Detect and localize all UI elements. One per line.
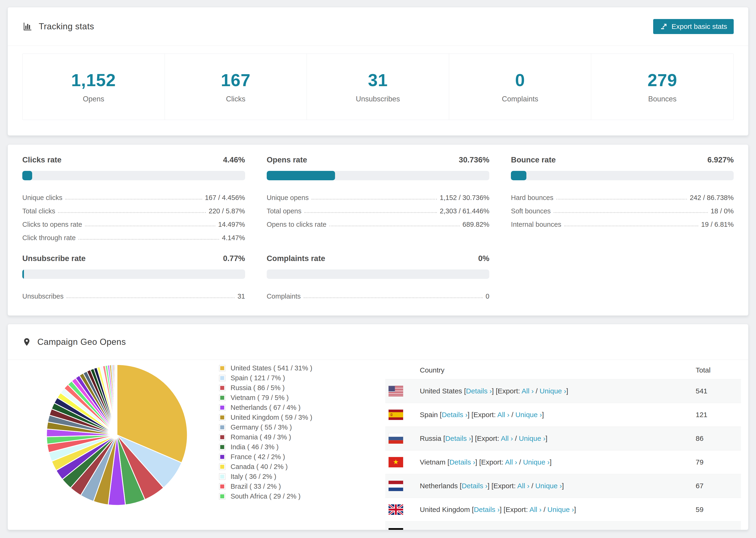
country-cell: United Kingdom [Details ›] [Export: All … bbox=[420, 506, 576, 513]
country-cell: Spain [Details ›] [Export: All › / Uniqu… bbox=[420, 411, 544, 419]
rate-row: Unique opens1,152 / 30.736% bbox=[267, 188, 490, 202]
country-total: 121 bbox=[696, 411, 707, 419]
rate-rows: Unique opens1,152 / 30.736%Total opens2,… bbox=[267, 188, 490, 228]
rate-row: Unsubscribes31 bbox=[22, 287, 245, 300]
legend-label: France ( 42 / 2% ) bbox=[231, 453, 285, 461]
details-link[interactable]: Details › bbox=[461, 482, 487, 490]
export-all-link[interactable]: All › bbox=[522, 387, 534, 395]
rate-row-value: 31 bbox=[237, 293, 245, 300]
rate-row: Hard bounces242 / 86.738% bbox=[511, 188, 734, 202]
legend-label: Canada ( 40 / 2% ) bbox=[231, 463, 288, 471]
rate-row: Total clicks220 / 5.87% bbox=[22, 202, 245, 215]
table-row-germany: Germany [Details ›] [Export: All › / Uni… bbox=[385, 521, 741, 530]
country-cell: Russia [Details ›] [Export: All › / Uniq… bbox=[420, 435, 548, 443]
geo-opens-pie-chart bbox=[44, 362, 190, 508]
export-unique-link[interactable]: Unique › bbox=[548, 506, 574, 513]
export-all-link[interactable]: All › bbox=[508, 529, 520, 530]
rate-value: 0.77% bbox=[223, 254, 245, 263]
details-link[interactable]: Details › bbox=[453, 529, 478, 530]
table-row-vietnam: Vietnam [Details ›] [Export: All › / Uni… bbox=[385, 450, 741, 474]
export-icon bbox=[660, 23, 668, 30]
country-name: Vietnam bbox=[420, 458, 448, 466]
export-all-link[interactable]: All › bbox=[529, 506, 542, 513]
legend-color-swatch bbox=[219, 493, 225, 500]
rate-row-value: 167 / 4.456% bbox=[205, 194, 245, 202]
rate-row-label: Internal bounces bbox=[511, 221, 561, 228]
rate-panel-header: Complaints rate0% bbox=[267, 254, 490, 263]
rate-progress-fill bbox=[22, 269, 24, 279]
rate-row: Complaints0 bbox=[267, 287, 490, 300]
legend-item: Germany ( 55 / 3% ) bbox=[219, 422, 312, 432]
rate-panel-header: Clicks rate4.46% bbox=[22, 155, 245, 164]
country-total: 86 bbox=[696, 435, 703, 443]
rate-panel-bounce-rate: Bounce rate6.927%Hard bounces242 / 86.73… bbox=[511, 155, 734, 242]
page-title: Tracking stats bbox=[39, 22, 94, 31]
legend-item: United Kingdom ( 59 / 3% ) bbox=[219, 412, 312, 422]
rate-row-label: Clicks to opens rate bbox=[22, 221, 82, 228]
details-link[interactable]: Details › bbox=[445, 435, 471, 442]
rate-row: Internal bounces19 / 6.81% bbox=[511, 215, 734, 228]
export-all-link[interactable]: All › bbox=[501, 435, 513, 442]
rate-rows: Unsubscribes31 bbox=[22, 287, 245, 300]
rate-title: Bounce rate bbox=[511, 155, 556, 164]
rate-row-value: 18 / 0% bbox=[711, 207, 734, 215]
export-unique-link[interactable]: Unique › bbox=[519, 435, 545, 442]
country-name: Germany bbox=[420, 529, 451, 530]
rate-row-label: Hard bounces bbox=[511, 194, 553, 202]
details-link[interactable]: Details › bbox=[442, 411, 467, 418]
rate-rows: Hard bounces242 / 86.738%Soft bounces18 … bbox=[511, 188, 734, 228]
rate-row-value: 220 / 5.87% bbox=[209, 207, 245, 215]
legend-item: Vietnam ( 79 / 5% ) bbox=[219, 393, 312, 403]
legend-label: Germany ( 55 / 3% ) bbox=[231, 423, 292, 431]
stat-box-opens: 1,152Opens bbox=[23, 54, 165, 120]
export-unique-link[interactable]: Unique › bbox=[540, 387, 566, 395]
rate-row-label: Total opens bbox=[267, 207, 301, 215]
dotted-leader bbox=[79, 239, 219, 240]
details-link[interactable]: Details › bbox=[449, 458, 475, 466]
rate-panel-complaints-rate: Complaints rate0%Complaints0 bbox=[267, 254, 490, 300]
export-all-link[interactable]: All › bbox=[517, 482, 529, 490]
export-unique-link[interactable]: Unique › bbox=[526, 529, 553, 530]
export-all-link[interactable]: All › bbox=[497, 411, 510, 418]
rate-row-label: Total clicks bbox=[22, 207, 55, 215]
pie-slice-other-slice[interactable] bbox=[117, 364, 117, 435]
country-total: 67 bbox=[696, 482, 703, 490]
legend-color-swatch bbox=[219, 365, 225, 371]
rate-progress-bar bbox=[22, 171, 245, 180]
flag-ru-icon bbox=[389, 433, 403, 444]
legend-color-swatch bbox=[219, 414, 225, 421]
rate-row-value: 14.497% bbox=[218, 221, 245, 228]
dotted-leader bbox=[304, 212, 437, 213]
rate-row-value: 19 / 6.81% bbox=[701, 221, 734, 228]
legend-item: South Africa ( 29 / 2% ) bbox=[219, 491, 312, 501]
table-row-spain: Spain [Details ›] [Export: All › / Uniqu… bbox=[385, 403, 741, 426]
geo-title: Campaign Geo Opens bbox=[37, 337, 126, 347]
export-unique-link[interactable]: Unique › bbox=[535, 482, 562, 490]
export-unique-link[interactable]: Unique › bbox=[523, 458, 550, 466]
pie-legend: United States ( 541 / 31% )Spain ( 121 /… bbox=[219, 363, 312, 501]
rate-row: Opens to clicks rate689.82% bbox=[267, 215, 490, 228]
legend-color-swatch bbox=[219, 483, 225, 490]
rate-progress-fill bbox=[22, 171, 32, 180]
dotted-leader bbox=[67, 297, 235, 298]
rate-title: Complaints rate bbox=[267, 254, 325, 263]
rate-value: 0% bbox=[478, 254, 490, 263]
dotted-leader bbox=[311, 199, 437, 199]
country-name: United Kingdom bbox=[420, 506, 472, 513]
export-basic-stats-button[interactable]: Export basic stats bbox=[653, 19, 734, 34]
export-all-link[interactable]: All › bbox=[505, 458, 517, 466]
rate-row-value: 2,303 / 61.446% bbox=[440, 207, 489, 215]
stat-label: Bounces bbox=[648, 95, 676, 103]
legend-label: Vietnam ( 79 / 5% ) bbox=[231, 394, 289, 402]
country-cell: Netherlands [Details ›] [Export: All › /… bbox=[420, 482, 564, 490]
dotted-leader bbox=[65, 199, 202, 199]
details-link[interactable]: Details › bbox=[474, 506, 500, 513]
details-link[interactable]: Details › bbox=[466, 387, 492, 395]
rate-panel-clicks-rate: Clicks rate4.46%Unique clicks167 / 4.456… bbox=[22, 155, 245, 242]
flag-vn-icon bbox=[389, 457, 403, 467]
rate-row-value: 242 / 86.738% bbox=[690, 194, 734, 202]
country-cell: Vietnam [Details ›] [Export: All › / Uni… bbox=[420, 458, 552, 466]
legend-color-swatch bbox=[219, 444, 225, 450]
rate-row-value: 1,152 / 30.736% bbox=[440, 194, 489, 202]
export-unique-link[interactable]: Unique › bbox=[515, 411, 542, 418]
